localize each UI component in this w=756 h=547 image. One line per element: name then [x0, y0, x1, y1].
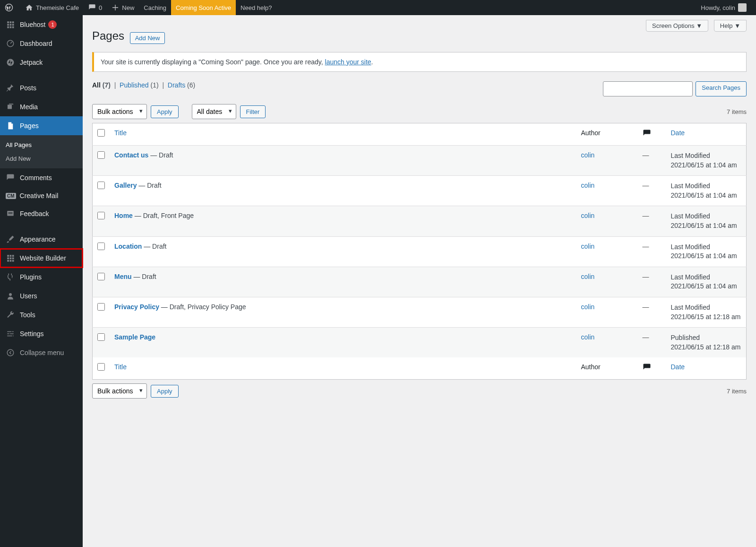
- sidebar-item-creative-mail[interactable]: CMCreative Mail: [0, 187, 83, 204]
- author-link[interactable]: colin: [581, 243, 595, 250]
- author-link[interactable]: colin: [581, 333, 595, 341]
- plus-icon: [112, 4, 119, 11]
- row-checkbox[interactable]: [97, 273, 105, 280]
- page-title-link[interactable]: Location: [114, 243, 142, 250]
- svg-rect-23: [10, 260, 12, 262]
- add-new-button[interactable]: Add New: [130, 32, 165, 44]
- sidebar-item-website-builder[interactable]: Website Builder: [0, 249, 83, 268]
- author-link[interactable]: colin: [581, 151, 595, 159]
- sidebar-item-media[interactable]: Media: [0, 97, 83, 116]
- sidebar-item-tools[interactable]: Tools: [0, 305, 83, 324]
- page-title-link[interactable]: Contact us: [114, 151, 148, 159]
- author-link[interactable]: colin: [581, 212, 595, 219]
- sidebar-item-dashboard[interactable]: Dashboard: [0, 34, 83, 53]
- caching-link[interactable]: Caching: [139, 0, 171, 15]
- search-pages-button[interactable]: Search Pages: [696, 81, 747, 96]
- row-checkbox[interactable]: [97, 333, 105, 341]
- author-link[interactable]: colin: [581, 303, 595, 311]
- column-comments[interactable]: [638, 123, 666, 146]
- pages-submenu: All Pages Add New: [0, 135, 83, 168]
- row-checkbox[interactable]: [97, 182, 105, 189]
- wp-logo[interactable]: [0, 0, 21, 15]
- row-checkbox[interactable]: [97, 243, 105, 250]
- row-checkbox[interactable]: [97, 212, 105, 219]
- select-all-checkbox[interactable]: [97, 129, 105, 137]
- page-status: — Draft, Privacy Policy Page: [159, 303, 246, 311]
- plug-icon: [6, 272, 15, 282]
- table-row: Location — Draftcolin—Last Modified2021/…: [93, 236, 747, 267]
- search-input[interactable]: [603, 81, 693, 96]
- screen-options-button[interactable]: Screen Options ▼: [646, 20, 708, 32]
- sidebar-item-jetpack[interactable]: Jetpack: [0, 53, 83, 72]
- column-title-footer[interactable]: Title: [110, 357, 576, 380]
- sidebar-collapse[interactable]: Collapse menu: [0, 343, 83, 362]
- collapse-icon: [6, 348, 15, 357]
- sidebar-item-posts[interactable]: Posts: [0, 78, 83, 97]
- column-title[interactable]: Title: [110, 123, 576, 146]
- page-status: — Draft: [148, 151, 173, 159]
- comment-count: —: [643, 212, 649, 219]
- submenu-label: Add New: [6, 155, 31, 162]
- sidebar-item-feedback[interactable]: Feedback: [0, 204, 83, 223]
- column-date-footer[interactable]: Date: [666, 357, 747, 380]
- sidebar-item-label: Media: [20, 103, 38, 111]
- launch-site-link[interactable]: launch your site: [325, 58, 371, 66]
- bulk-actions-select[interactable]: Bulk actions: [92, 104, 147, 119]
- filter-drafts[interactable]: Drafts (6): [168, 81, 195, 89]
- page-title-link[interactable]: Privacy Policy: [114, 303, 159, 311]
- comment-icon: [643, 365, 651, 373]
- date-label: Last Modified: [671, 152, 710, 159]
- date-value: 2021/06/15 at 1:04 am: [671, 161, 737, 169]
- dashboard-icon: [6, 39, 15, 48]
- howdy-label: Howdy, colin: [701, 4, 735, 11]
- site-name-label: Themeisle Cafe: [36, 4, 79, 11]
- date-value: 2021/06/15 at 1:04 am: [671, 191, 737, 199]
- svg-rect-19: [7, 258, 9, 260]
- filter-button[interactable]: Filter: [240, 105, 266, 118]
- need-help-link[interactable]: Need help?: [236, 0, 277, 15]
- sidebar-item-plugins[interactable]: Plugins: [0, 268, 83, 287]
- grid-icon: [6, 20, 15, 29]
- row-checkbox[interactable]: [97, 151, 105, 159]
- row-checkbox[interactable]: [97, 303, 105, 311]
- apply-button-bottom[interactable]: Apply: [151, 385, 179, 398]
- page-title-link[interactable]: Home: [114, 212, 133, 219]
- page-title-link[interactable]: Sample Page: [114, 333, 155, 341]
- submenu-add-new[interactable]: Add New: [0, 152, 83, 165]
- column-date[interactable]: Date: [666, 123, 747, 146]
- new-link[interactable]: New: [107, 0, 139, 15]
- comments-link[interactable]: 0: [84, 0, 107, 15]
- user-icon: [6, 291, 15, 301]
- sidebar-item-comments[interactable]: Comments: [0, 168, 83, 187]
- wrench-icon: [6, 310, 15, 320]
- filter-all[interactable]: All (7): [92, 81, 111, 89]
- filter-published[interactable]: Published (1): [120, 81, 159, 89]
- account-link[interactable]: Howdy, colin: [696, 0, 751, 15]
- page-title-link[interactable]: Gallery: [114, 182, 137, 189]
- sidebar-item-pages[interactable]: Pages: [0, 116, 83, 135]
- comment-count: —: [643, 243, 649, 250]
- comment-icon: [88, 4, 96, 11]
- submenu-all-pages[interactable]: All Pages: [0, 138, 83, 152]
- coming-soon-link[interactable]: Coming Soon Active: [171, 0, 236, 15]
- page-status: — Draft, Front Page: [133, 212, 194, 219]
- select-all-checkbox-footer[interactable]: [97, 363, 105, 371]
- sidebar-item-bluehost[interactable]: Bluehost1: [0, 15, 83, 34]
- page-title-link[interactable]: Menu: [114, 273, 132, 280]
- help-button[interactable]: Help ▼: [714, 20, 747, 32]
- bulk-actions-select-bottom[interactable]: Bulk actions: [92, 383, 147, 399]
- author-link[interactable]: colin: [581, 182, 595, 189]
- page-status: — Draft: [132, 273, 156, 280]
- sidebar-item-settings[interactable]: Settings: [0, 324, 83, 343]
- apply-button[interactable]: Apply: [151, 105, 179, 118]
- sidebar-item-users[interactable]: Users: [0, 287, 83, 305]
- author-link[interactable]: colin: [581, 273, 595, 280]
- sidebar-item-label: Settings: [20, 330, 44, 338]
- svg-rect-3: [12, 21, 14, 23]
- column-comments-footer[interactable]: [638, 357, 666, 380]
- svg-rect-14: [9, 212, 13, 213]
- date-filter-select[interactable]: All dates: [192, 104, 236, 119]
- sidebar-item-appearance[interactable]: Appearance: [0, 230, 83, 249]
- sidebar-item-label: Bluehost: [20, 21, 45, 28]
- site-name[interactable]: Themeisle Cafe: [21, 0, 84, 15]
